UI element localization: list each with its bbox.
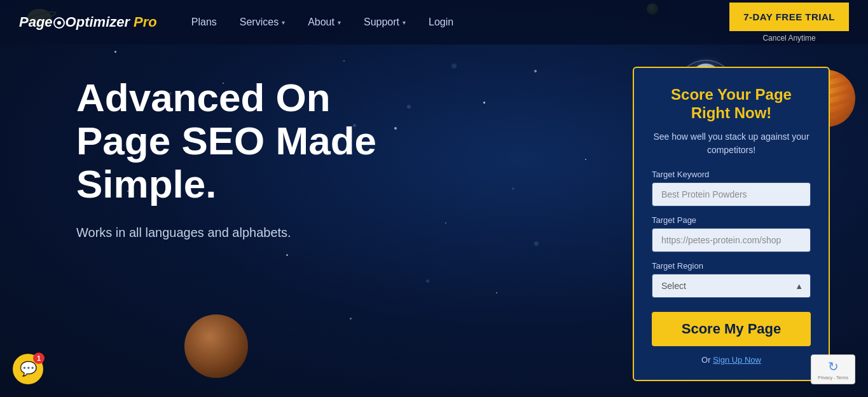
chat-icon: 💬: [20, 361, 37, 377]
nav-login[interactable]: Login: [420, 11, 462, 33]
keyword-group: Target Keyword: [652, 170, 811, 206]
nav-plans[interactable]: Plans: [183, 11, 226, 33]
keyword-label: Target Keyword: [652, 170, 811, 179]
signup-area: Or Sign Up Now: [652, 355, 811, 365]
hero-subtitle: Works in all languages and alphabets.: [76, 225, 343, 240]
recaptcha-icon: ↻: [815, 359, 851, 374]
score-card-title: Score Your Page Right Now!: [652, 86, 811, 123]
logo-pro: Pro: [134, 14, 157, 30]
trial-button[interactable]: 7-DAY FREE TRIAL: [729, 3, 849, 31]
logo-optimizer: Optimizer: [65, 14, 130, 30]
main-content: Advanced On Page SEO Made Simple. Works …: [0, 44, 868, 397]
logo[interactable]: Page Optimizer Pro: [19, 14, 157, 30]
page-input[interactable]: [652, 228, 811, 252]
logo-page: Page: [19, 14, 53, 30]
region-label: Target Region: [652, 261, 811, 271]
signup-link[interactable]: Sign Up Now: [713, 355, 761, 365]
keyword-input[interactable]: [652, 182, 811, 206]
region-select-wrapper: Select United States United Kingdom Cana…: [652, 274, 811, 298]
region-select[interactable]: Select United States United Kingdom Cana…: [652, 274, 811, 298]
about-chevron-icon: ▾: [338, 19, 341, 26]
or-text: Or: [701, 355, 710, 365]
region-group: Target Region Select United States Unite…: [652, 261, 811, 298]
nav-services[interactable]: Services ▾: [231, 11, 294, 33]
nav-about[interactable]: About ▾: [299, 11, 350, 33]
main-nav: Plans Services ▾ About ▾ Support ▾ Login: [183, 11, 723, 33]
support-chevron-icon: ▾: [403, 19, 406, 26]
trial-area: 7-DAY FREE TRIAL Cancel Anytime: [729, 3, 849, 43]
page-group: Target Page: [652, 215, 811, 252]
recaptcha-widget: ↻ Privacy - Terms: [811, 354, 855, 384]
services-chevron-icon: ▾: [282, 19, 285, 26]
cancel-text: Cancel Anytime: [762, 34, 815, 43]
chat-bubble[interactable]: 💬 1: [13, 354, 43, 384]
hero-section: Advanced On Page SEO Made Simple. Works …: [76, 70, 607, 240]
hero-title: Advanced On Page SEO Made Simple.: [76, 76, 407, 206]
recaptcha-text: Privacy - Terms: [815, 375, 851, 380]
score-card-description: See how well you stack up against your c…: [652, 130, 811, 157]
score-button[interactable]: Score My Page: [652, 312, 811, 346]
chat-badge: 1: [33, 353, 45, 364]
score-card: Score Your Page Right Now! See how well …: [633, 67, 830, 381]
logo-icon: [53, 17, 65, 29]
page-label: Target Page: [652, 215, 811, 225]
header: Page Optimizer Pro Plans Services ▾ Abou…: [0, 0, 868, 44]
nav-support[interactable]: Support ▾: [355, 11, 415, 33]
